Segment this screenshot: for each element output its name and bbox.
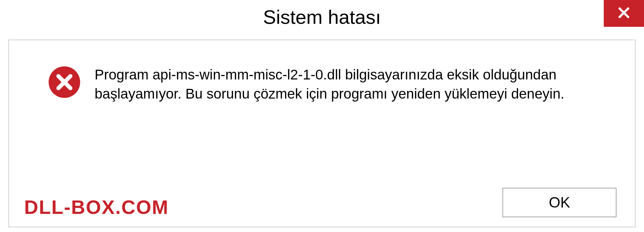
close-icon xyxy=(616,5,631,21)
error-icon xyxy=(48,65,81,99)
dialog-body: Program api-ms-win-mm-misc-l2-1-0.dll bi… xyxy=(8,40,636,227)
watermark-text: DLL-BOX.COM xyxy=(24,196,169,218)
error-message: Program api-ms-win-mm-misc-l2-1-0.dll bi… xyxy=(95,65,598,103)
dialog-title: Sistem hatası xyxy=(263,6,381,28)
content-row: Program api-ms-win-mm-misc-l2-1-0.dll bi… xyxy=(48,65,611,103)
titlebar: Sistem hatası xyxy=(0,0,644,34)
close-button[interactable] xyxy=(604,0,644,27)
ok-button[interactable]: OK xyxy=(502,188,616,217)
